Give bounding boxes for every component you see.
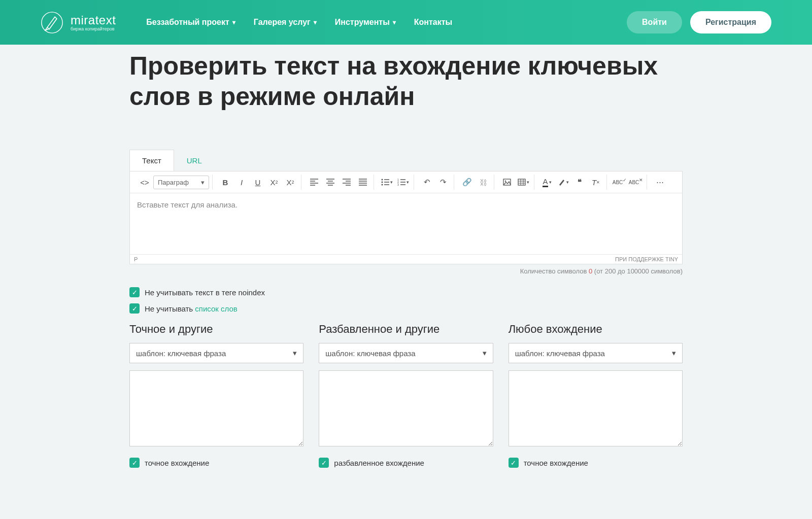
svg-point-3 [381, 184, 383, 186]
keyword-columns: Точное и другие шаблон: ключевая фраза ▾… [129, 323, 683, 468]
logo-text-wrap: miratext биржа копирайтеров [71, 13, 116, 31]
paragraph-select[interactable]: Параграф ▾ [153, 176, 209, 189]
register-button[interactable]: Регистрация [690, 11, 771, 33]
italic-icon[interactable]: I [234, 175, 249, 190]
logo-area[interactable]: miratext биржа копирайтеров [41, 11, 116, 34]
image-icon[interactable] [499, 175, 515, 190]
page-title: Проверить текст на вхождение ключевых сл… [129, 51, 683, 112]
logo-text: miratext [71, 13, 116, 27]
nav-project[interactable]: Беззаботный проект ▾ [146, 18, 235, 27]
nav-label: Инструменты [335, 18, 390, 27]
number-list-icon[interactable]: 123▾ [395, 175, 411, 190]
nav-gallery[interactable]: Галерея услуг ▾ [254, 18, 317, 27]
checkbox-stopwords-row: ✓ Не учитывать список слов [129, 303, 683, 314]
select-placeholder: шаблон: ключевая фраза [515, 349, 605, 358]
chevron-down-icon: ▾ [232, 19, 235, 26]
redo-icon[interactable]: ↷ [435, 175, 451, 190]
template-select-any[interactable]: шаблон: ключевая фраза ▾ [509, 343, 683, 363]
keywords-textarea-diluted[interactable] [319, 370, 493, 446]
select-placeholder: шаблон: ключевая фраза [136, 349, 226, 358]
col-exact: Точное и другие шаблон: ключевая фраза ▾… [129, 323, 303, 468]
checkbox-exact[interactable]: ✓ [129, 458, 140, 468]
main-container: Проверить текст на вхождение ключевых сл… [119, 51, 693, 468]
svg-point-0 [42, 12, 62, 32]
chevron-down-icon: ▾ [314, 19, 317, 26]
editor-toolbar: <> Параграф ▾ B I U X2 X2 ▾ [130, 171, 682, 193]
nav-contacts[interactable]: Контакты [414, 18, 452, 27]
checkbox-noindex[interactable]: ✓ [129, 287, 140, 297]
logo-subtitle: биржа копирайтеров [71, 26, 116, 31]
link-icon[interactable]: 🔗 [459, 175, 475, 190]
checkbox-exact-label: точное вхождение [145, 459, 209, 467]
blockquote-icon[interactable]: ❝ [572, 175, 587, 190]
checkbox-diluted[interactable]: ✓ [319, 458, 329, 468]
more-icon[interactable]: ⋯ [652, 175, 667, 190]
chevron-down-icon: ▾ [483, 349, 487, 358]
spellcheck-on-icon[interactable]: ABC✓ [612, 175, 627, 190]
char-count: Количество символов 0 (от 200 до 100000 … [129, 267, 683, 275]
text-editor: <> Параграф ▾ B I U X2 X2 ▾ [129, 171, 683, 264]
nav-label: Контакты [414, 18, 452, 27]
superscript-icon[interactable]: X2 [266, 175, 282, 190]
col-check-diluted: ✓ разбавленное вхождение [319, 458, 493, 468]
checkbox-any[interactable]: ✓ [509, 458, 519, 468]
svg-text:3: 3 [397, 183, 399, 186]
editor-footer: P ПРИ ПОДДЕРЖКЕ TINY [130, 254, 682, 264]
col-title: Любое вхождение [509, 323, 683, 336]
stopwords-link[interactable]: список слов [195, 304, 237, 313]
col-check-any: ✓ точное вхождение [509, 458, 683, 468]
col-diluted: Разбавленное и другие шаблон: ключевая ф… [319, 323, 493, 468]
template-select-exact[interactable]: шаблон: ключевая фраза ▾ [129, 343, 303, 363]
align-left-icon[interactable] [307, 175, 322, 190]
text-color-icon[interactable]: A▾ [539, 175, 555, 190]
bold-icon[interactable]: B [218, 175, 233, 190]
tab-text[interactable]: Текст [129, 150, 174, 171]
align-justify-icon[interactable] [355, 175, 370, 190]
pencil-logo-icon [41, 11, 63, 34]
bullet-list-icon[interactable]: ▾ [379, 175, 394, 190]
chevron-down-icon: ▾ [293, 349, 297, 358]
keywords-textarea-any[interactable] [509, 370, 683, 446]
chevron-down-icon: ▾ [201, 179, 205, 186]
editor-path: P [134, 256, 138, 262]
chevron-down-icon: ▾ [393, 19, 396, 26]
svg-rect-9 [518, 179, 525, 185]
spellcheck-off-icon[interactable]: ABC✕ [628, 175, 644, 190]
underline-icon[interactable]: U [250, 175, 265, 190]
col-title: Разбавленное и другие [319, 323, 493, 336]
site-header: miratext биржа копирайтеров Беззаботный … [0, 0, 812, 45]
auth-buttons: Войти Регистрация [627, 11, 771, 33]
col-any: Любое вхождение шаблон: ключевая фраза ▾… [509, 323, 683, 468]
undo-icon[interactable]: ↶ [419, 175, 434, 190]
highlight-icon[interactable]: ▾ [556, 175, 571, 190]
checkbox-any-label: точное вхождение [524, 459, 588, 467]
table-icon[interactable]: ▾ [516, 175, 531, 190]
select-placeholder: шаблон: ключевая фраза [325, 349, 415, 358]
checkbox-stopwords[interactable]: ✓ [129, 303, 140, 314]
checkbox-noindex-row: ✓ Не учитывать текст в теге noindex [129, 287, 683, 297]
nav-tools[interactable]: Инструменты ▾ [335, 18, 396, 27]
tab-url[interactable]: URL [174, 150, 215, 171]
svg-point-1 [381, 179, 383, 181]
svg-point-2 [381, 182, 383, 183]
nav-label: Беззаботный проект [146, 18, 229, 27]
login-button[interactable]: Войти [627, 11, 682, 33]
subscript-icon[interactable]: X2 [283, 175, 298, 190]
align-right-icon[interactable] [339, 175, 354, 190]
keywords-textarea-exact[interactable] [129, 370, 303, 446]
editor-textarea[interactable]: Вставьте текст для анализа. [130, 193, 682, 254]
checkbox-noindex-label: Не учитывать текст в теге noindex [145, 288, 265, 297]
input-tabs: Текст URL [129, 150, 683, 171]
align-center-icon[interactable] [323, 175, 338, 190]
checkbox-stopwords-label: Не учитывать список слов [145, 304, 238, 313]
char-count-range: (от 200 до 100000 символов) [592, 267, 683, 275]
paragraph-select-label: Параграф [158, 179, 189, 186]
checkbox-stopwords-prefix: Не учитывать [145, 304, 195, 313]
clear-format-icon[interactable]: T✕ [588, 175, 603, 190]
code-icon[interactable]: <> [137, 175, 152, 190]
checkbox-diluted-label: разбавленное вхождение [334, 459, 424, 467]
main-nav: Беззаботный проект ▾ Галерея услуг ▾ Инс… [146, 18, 627, 27]
chevron-down-icon: ▾ [672, 349, 676, 358]
template-select-diluted[interactable]: шаблон: ключевая фраза ▾ [319, 343, 493, 363]
unlink-icon[interactable]: ⛓ [476, 175, 491, 190]
